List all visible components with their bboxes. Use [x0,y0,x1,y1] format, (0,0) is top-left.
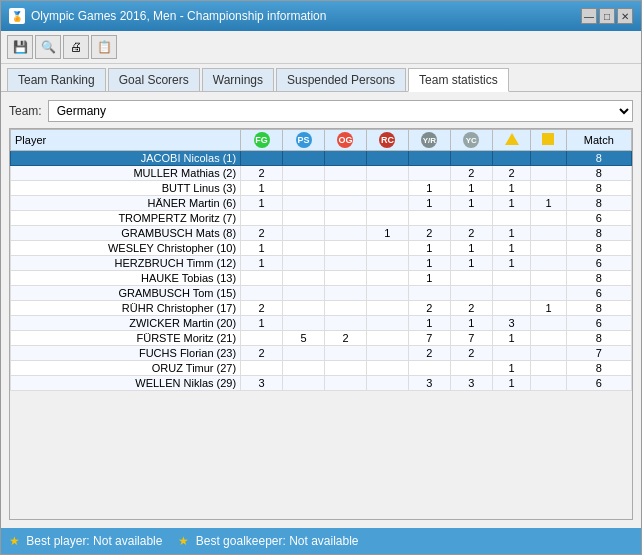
cell-match: 6 [566,316,631,331]
tab-warnings[interactable]: Warnings [202,68,274,91]
cell-yrc: 1 [408,181,450,196]
cell-fg [241,271,283,286]
close-button[interactable]: ✕ [617,8,633,24]
table-row[interactable]: TROMPERTZ Moritz (7)6 [11,211,632,226]
best-player-status: ★ Best player: Not available [9,534,162,548]
cell-triangle: 1 [492,256,531,271]
cell-match: 8 [566,151,631,166]
cell-player: BUTT Linus (3) [11,181,241,196]
table-row[interactable]: WELLEN Niklas (29)33316 [11,376,632,391]
cell-yrc: 1 [408,196,450,211]
table-row[interactable]: RÜHR Christopher (17)22218 [11,301,632,316]
col-header-fg: FG [241,130,283,151]
tab-team-statistics[interactable]: Team statistics [408,68,509,92]
cell-yrc: 3 [408,376,450,391]
cell-ps [283,166,325,181]
cell-rc [366,151,408,166]
cell-yc: 2 [450,226,492,241]
main-window: 🏅 Olympic Games 2016, Men - Championship… [0,0,642,555]
cell-triangle: 3 [492,316,531,331]
cell-square [531,316,566,331]
cell-fg: 2 [241,226,283,241]
cell-square [531,361,566,376]
cell-yc [450,286,492,301]
cell-og [325,271,367,286]
cell-match: 8 [566,226,631,241]
cell-triangle: 1 [492,226,531,241]
cell-rc [366,211,408,226]
cell-triangle: 1 [492,376,531,391]
cell-yc: 2 [450,301,492,316]
cell-square [531,286,566,301]
print-button[interactable]: 🖨 [63,35,89,59]
export-button[interactable]: 📋 [91,35,117,59]
statistics-table-container[interactable]: Player FG PS OG RC [9,128,633,520]
yc-icon: YC [463,132,479,148]
table-row[interactable]: GRAMBUSCH Tom (15)6 [11,286,632,301]
app-icon: 🏅 [9,8,25,24]
table-row[interactable]: JACOBI Nicolas (1)8 [11,151,632,166]
maximize-button[interactable]: □ [599,8,615,24]
cell-player: ORUZ Timur (27) [11,361,241,376]
best-goalkeeper-status: ★ Best goalkeeper: Not available [178,534,358,548]
cell-ps [283,226,325,241]
ps-icon: PS [296,132,312,148]
table-row[interactable]: WESLEY Christopher (10)11118 [11,241,632,256]
table-row[interactable]: GRAMBUSCH Mats (8)212218 [11,226,632,241]
col-header-rc: RC [366,130,408,151]
team-select[interactable]: Germany [48,100,633,122]
table-row[interactable]: ORUZ Timur (27)18 [11,361,632,376]
cell-ps: 5 [283,331,325,346]
tab-goal-scorers[interactable]: Goal Scorers [108,68,200,91]
cell-yrc [408,286,450,301]
cell-triangle [492,271,531,286]
cell-triangle: 1 [492,196,531,211]
cell-player: JACOBI Nicolas (1) [11,151,241,166]
cell-yc: 1 [450,316,492,331]
cell-fg [241,286,283,301]
cell-rc [366,316,408,331]
table-row[interactable]: MULLER Mathias (2)2228 [11,166,632,181]
cell-match: 8 [566,301,631,316]
minimize-button[interactable]: — [581,8,597,24]
cell-yrc [408,166,450,181]
cell-rc: 1 [366,226,408,241]
cell-og [325,211,367,226]
cell-player: GRAMBUSCH Mats (8) [11,226,241,241]
og-icon: OG [337,132,353,148]
cell-square [531,376,566,391]
cell-square [531,331,566,346]
cell-player: RÜHR Christopher (17) [11,301,241,316]
cell-match: 8 [566,196,631,211]
col-header-yc: YC [450,130,492,151]
triangle-icon [505,133,519,145]
table-row[interactable]: FUCHS Florian (23)2227 [11,346,632,361]
cell-fg: 1 [241,316,283,331]
cell-yrc: 1 [408,256,450,271]
table-row[interactable]: HAUKE Tobias (13)18 [11,271,632,286]
save-button[interactable]: 💾 [7,35,33,59]
cell-player: HÄNER Martin (6) [11,196,241,211]
cell-ps [283,151,325,166]
table-row[interactable]: HÄNER Martin (6)111118 [11,196,632,211]
cell-square: 1 [531,301,566,316]
cell-yrc: 2 [408,346,450,361]
cell-player: TROMPERTZ Moritz (7) [11,211,241,226]
cell-og [325,316,367,331]
table-row[interactable]: BUTT Linus (3)11118 [11,181,632,196]
cell-og [325,346,367,361]
table-row[interactable]: HERZBRUCH Timm (12)11116 [11,256,632,271]
cell-yrc [408,151,450,166]
col-header-ps: PS [283,130,325,151]
cell-rc [366,361,408,376]
search-button[interactable]: 🔍 [35,35,61,59]
cell-yc: 1 [450,241,492,256]
cell-ps [283,211,325,226]
cell-yrc: 2 [408,301,450,316]
cell-yrc: 1 [408,271,450,286]
table-row[interactable]: ZWICKER Martin (20)11136 [11,316,632,331]
cell-square [531,166,566,181]
table-row[interactable]: FÜRSTE Moritz (21)527718 [11,331,632,346]
tab-suspended-persons[interactable]: Suspended Persons [276,68,406,91]
tab-team-ranking[interactable]: Team Ranking [7,68,106,91]
